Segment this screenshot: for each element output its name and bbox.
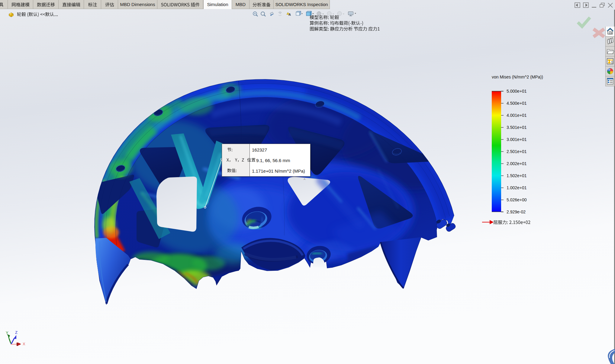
svg-text:Z: Z <box>15 330 18 335</box>
svg-text:X: X <box>23 342 25 346</box>
svg-text:A: A <box>288 13 291 16</box>
svg-text:Y: Y <box>6 330 8 335</box>
